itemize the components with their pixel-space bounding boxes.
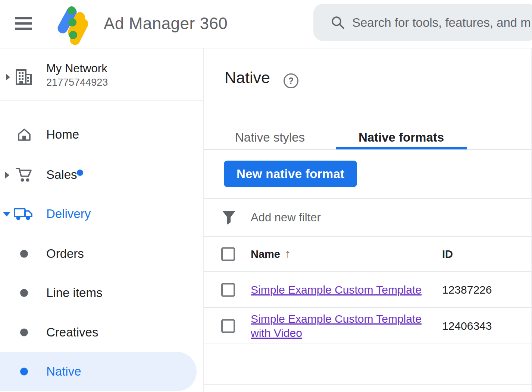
top-app-bar: Ad Manager 360	[0, 0, 532, 48]
cart-icon	[15, 166, 34, 183]
help-glyph: ?	[288, 76, 294, 86]
sidebar-divider	[0, 100, 203, 101]
network-id: 21775744923	[46, 77, 108, 88]
sidebar-item-label: Home	[46, 127, 79, 142]
bullet-icon	[20, 250, 28, 258]
table-empty-area	[204, 344, 532, 385]
menu-hamburger-button[interactable]	[15, 17, 32, 30]
sidebar-item-native[interactable]: Native	[0, 352, 197, 391]
sidebar-item-label: Orders	[46, 247, 84, 261]
new-native-format-button[interactable]: New native format	[224, 161, 357, 187]
add-filter-label: Add new filter	[251, 211, 321, 224]
sidebar-nav: My Network 21775744923 Home Sales Delive…	[0, 48, 204, 392]
native-format-id: 12387226	[442, 284, 492, 296]
row-checkbox[interactable]	[221, 283, 235, 297]
add-filter-row[interactable]: Add new filter	[204, 198, 532, 237]
sidebar-item-line-items[interactable]: Line items	[0, 273, 203, 313]
filter-funnel-icon	[222, 211, 236, 225]
ad-manager-home-link[interactable]: Ad Manager 360	[52, 1, 239, 45]
table-row: Simple Example Custom Template with Vide…	[204, 307, 532, 344]
tab-label: Native styles	[235, 130, 305, 145]
search-icon	[331, 15, 345, 30]
sidebar-item-label: Sales	[46, 168, 77, 182]
column-header-id: ID	[442, 248, 453, 260]
select-all-checkbox[interactable]	[221, 247, 235, 261]
bullet-icon	[20, 368, 28, 376]
column-header-name[interactable]: Name	[251, 248, 280, 260]
table-row: Simple Example Custom Template 12387226	[204, 271, 532, 308]
active-tab-underline	[336, 147, 467, 149]
sidebar-item-label: Line items	[46, 286, 102, 300]
tab-native-formats[interactable]: Native formats	[336, 126, 467, 149]
sidebar-item-orders[interactable]: Orders	[0, 234, 203, 274]
chevron-down-icon	[3, 212, 10, 216]
sidebar-item-delivery[interactable]: Delivery	[0, 194, 203, 234]
sidebar-item-label: Creatives	[46, 325, 98, 339]
sidebar-item-label: Delivery	[46, 207, 91, 221]
sidebar-item-creatives[interactable]: Creatives	[0, 313, 203, 352]
native-format-link[interactable]: Simple Example Custom Template	[251, 283, 422, 297]
global-search-bar[interactable]	[313, 4, 532, 41]
help-icon[interactable]: ?	[284, 73, 298, 88]
tab-native-styles[interactable]: Native styles	[204, 126, 336, 149]
chevron-right-icon	[5, 172, 9, 178]
native-format-link[interactable]: Simple Example Custom Template with Vide…	[251, 312, 439, 340]
page-title: Native	[225, 69, 270, 87]
sort-ascending-icon: ↑	[285, 247, 291, 261]
tab-label: Native formats	[359, 130, 444, 145]
hamburger-bar	[15, 22, 32, 25]
bullet-icon	[20, 289, 28, 297]
sales-notification-dot	[77, 170, 83, 176]
network-name: My Network	[46, 62, 107, 75]
native-format-id: 12406343	[442, 320, 492, 332]
network-selector[interactable]: My Network 21775744923	[0, 48, 203, 100]
truck-icon	[13, 206, 34, 222]
home-icon	[16, 126, 33, 143]
search-input[interactable]	[351, 4, 532, 42]
chevron-right-icon	[6, 74, 10, 80]
bullet-icon	[20, 329, 28, 336]
sidebar-item-home[interactable]: Home	[0, 115, 203, 154]
hamburger-bar	[15, 28, 32, 30]
app-title: Ad Manager 360	[104, 14, 228, 33]
network-building-icon	[14, 69, 33, 86]
sidebar-item-sales[interactable]: Sales	[0, 155, 203, 195]
row-checkbox[interactable]	[221, 319, 235, 333]
ad-manager-logo-icon	[52, 2, 93, 45]
hamburger-bar	[15, 17, 32, 19]
table-header-row: Name ↑ ID	[204, 236, 532, 272]
sidebar-item-label: Native	[46, 364, 81, 379]
